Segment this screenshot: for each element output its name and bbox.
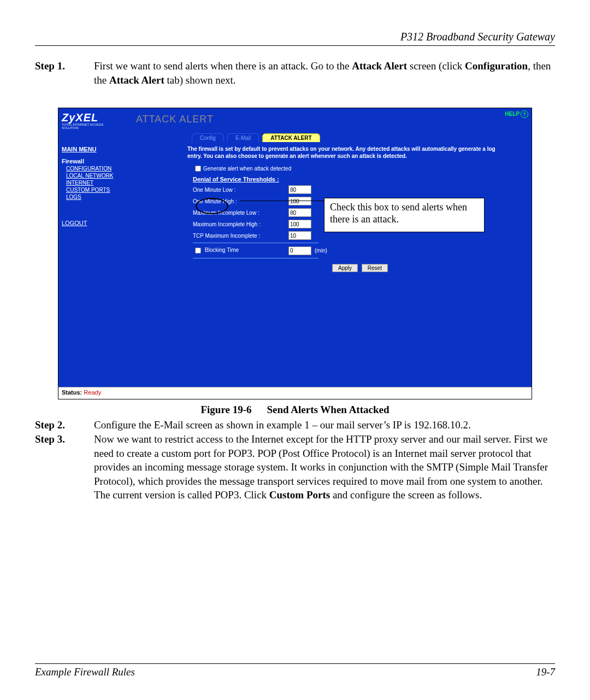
- row-generate-alert: Generate alert when attack detected: [193, 164, 527, 173]
- step-3-bold-1: Custom Ports: [269, 489, 330, 501]
- input-max-inc-high[interactable]: [288, 220, 311, 228]
- step-1-bold-3: Attack Alert: [109, 74, 164, 86]
- status-bar: Status: Ready: [58, 387, 532, 399]
- step-2-label: Step 2.: [35, 418, 94, 432]
- status-value: Ready: [84, 389, 101, 396]
- sidebar-link-logs[interactable]: LOGS: [66, 194, 120, 200]
- page-footer: Example Firewall Rules 19-7: [35, 659, 555, 678]
- blocking-time-unit: (min): [315, 248, 327, 254]
- step-3-label: Step 3.: [35, 432, 94, 502]
- sidebar-main-menu[interactable]: MAIN MENU: [62, 146, 120, 152]
- step-3: Step 3. Now we want to restrict access t…: [35, 432, 555, 502]
- generate-alert-label: Generate alert when attack detected: [203, 166, 291, 172]
- step-1-text-pre: First we want to send alerts when there …: [94, 60, 352, 72]
- panel-title: ATTACK ALERT: [136, 114, 214, 125]
- blocking-time-text: Blocking Time: [205, 247, 239, 253]
- apply-button[interactable]: Apply: [332, 264, 358, 272]
- step-1-bold-1: Attack Alert: [352, 60, 407, 72]
- reset-button[interactable]: Reset: [362, 264, 388, 272]
- input-max-inc-low[interactable]: [288, 208, 311, 217]
- divider-1: [193, 243, 318, 243]
- blocking-time-checkbox[interactable]: [195, 248, 201, 254]
- label-one-min-high: One Minute High :: [193, 198, 288, 204]
- brand-logo: ZyXEL: [62, 111, 120, 124]
- input-tcp-max-inc[interactable]: [288, 231, 311, 240]
- help-text: HELP: [505, 111, 520, 117]
- step-2: Step 2. Configure the E-Mail screen as s…: [35, 418, 555, 432]
- divider-2: [193, 258, 318, 258]
- tab-email[interactable]: E-Mail: [227, 133, 259, 142]
- row-blocking-time: Blocking Time (min): [193, 246, 527, 255]
- dos-heading: Denial of Service Thresholds :: [193, 176, 527, 183]
- row-one-min-low: One Minute Low :: [193, 185, 527, 194]
- step-3-body: Now we want to restrict access to the In…: [94, 432, 555, 502]
- sidebar-heading-firewall: Firewall: [62, 158, 120, 164]
- input-one-min-high[interactable]: [288, 197, 311, 205]
- figure-number: Figure 19-6: [200, 404, 251, 415]
- sidebar-link-local-network[interactable]: LOCAL NETWORK: [66, 173, 120, 179]
- label-tcp-max-inc: TCP Maximum Incomplete :: [193, 233, 288, 239]
- step-1-body: First we want to send alerts when there …: [94, 59, 555, 87]
- panel-intro-text: The firewall is set by default to preven…: [187, 145, 511, 160]
- help-link[interactable]: HELP?: [505, 110, 528, 118]
- sidebar-link-custom-ports[interactable]: CUSTOM PORTS: [66, 187, 120, 193]
- footer-left: Example Firewall Rules: [35, 666, 135, 678]
- label-blocking-time: Blocking Time: [193, 246, 288, 255]
- help-question-icon: ?: [521, 110, 528, 118]
- tab-config[interactable]: Config: [192, 133, 224, 142]
- input-one-min-low[interactable]: [288, 185, 311, 194]
- main-area: HELP? ATTACK ALERT Config E-Mail ATTACK …: [123, 108, 532, 387]
- tab-attack-alert[interactable]: ATTACK ALERT: [262, 133, 320, 142]
- step-1-label: Step 1.: [35, 59, 94, 87]
- embedded-screenshot: ZyXEL TOTAL INTERNET ACCESS SOLUTION MAI…: [58, 108, 532, 399]
- button-row: Apply Reset: [193, 264, 527, 272]
- annotation-callout: Check this box to send alerts when there…: [324, 198, 485, 232]
- doc-header-title: P312 Broadband Security Gateway: [35, 31, 555, 43]
- generate-alert-checkbox[interactable]: [195, 166, 201, 172]
- label-max-inc-low: Maximum Incomplete Low :: [193, 210, 288, 216]
- footer-rule: [35, 663, 555, 664]
- header-rule: [35, 45, 555, 46]
- figure-caption: Figure 19-6Send Alerts When Attacked: [35, 404, 555, 416]
- label-one-min-low: One Minute Low :: [193, 187, 288, 193]
- sidebar-link-configuration[interactable]: CONFIGURATION: [66, 166, 120, 172]
- step-1-bold-2: Configuration: [465, 60, 528, 72]
- figure-title: Send Alerts When Attacked: [267, 404, 390, 415]
- tab-bar: Config E-Mail ATTACK ALERT: [192, 133, 527, 142]
- step-1: Step 1. First we want to send alerts whe…: [35, 59, 555, 87]
- step-1-text-post: tab) shown next.: [164, 74, 236, 86]
- step-2-body: Configure the E-Mail screen as shown in …: [94, 418, 555, 432]
- sidebar-link-logout[interactable]: LOGOUT: [62, 220, 120, 226]
- sidebar-link-internet[interactable]: INTERNET: [66, 180, 120, 186]
- input-blocking-time[interactable]: [288, 246, 311, 255]
- status-label: Status:: [62, 389, 82, 396]
- step-3-text-2: and configure the screen as follows.: [330, 489, 482, 501]
- label-max-inc-high: Maximum Incomplete High :: [193, 221, 288, 227]
- row-tcp-max-inc: TCP Maximum Incomplete :: [193, 231, 527, 240]
- brand-tagline: TOTAL INTERNET ACCESS SOLUTION: [62, 123, 120, 130]
- step-1-text-mid: screen (click: [407, 60, 465, 72]
- footer-right: 19-7: [536, 666, 555, 678]
- sidebar: ZyXEL TOTAL INTERNET ACCESS SOLUTION MAI…: [58, 108, 123, 387]
